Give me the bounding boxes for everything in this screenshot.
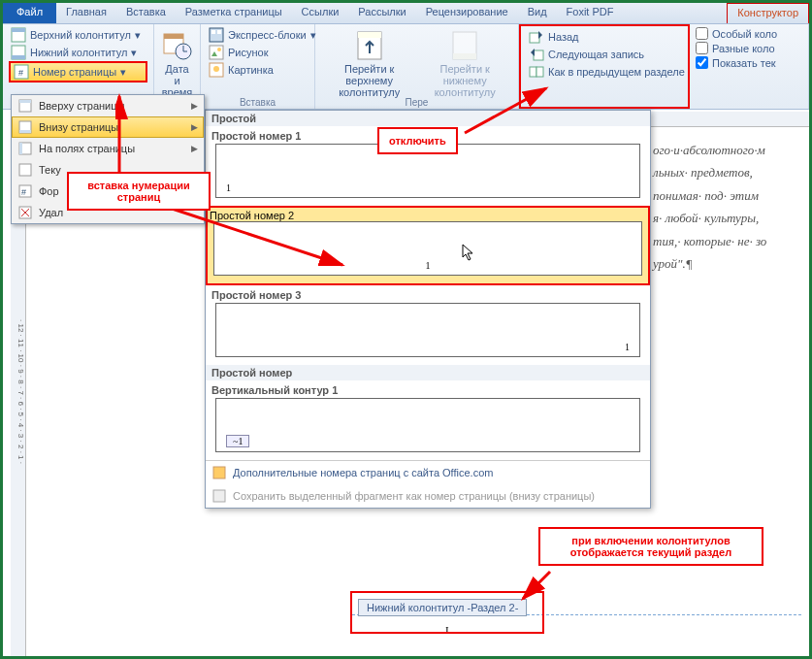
document-body: ого·и·абсолютного·м льных· предметов, по…: [653, 139, 801, 275]
submenu-arrow-icon: ▶: [191, 101, 198, 111]
special-first-label: Особый коло: [712, 28, 777, 40]
show-text-checkbox[interactable]: Показать тек: [696, 55, 802, 70]
header-icon: [11, 27, 26, 43]
link-previous-icon: [529, 64, 544, 80]
tab-foxit[interactable]: Foxit PDF: [557, 3, 624, 23]
margins-icon: [17, 141, 33, 156]
top-page-icon: [17, 98, 33, 114]
picture-label: Рисунок: [228, 47, 269, 58]
nav-back-icon: [529, 29, 544, 45]
svg-rect-39: [213, 467, 225, 478]
header-label: Верхний колонтитул: [30, 29, 131, 41]
footer-button[interactable]: Нижний колонтитул▾: [9, 44, 147, 61]
tab-review[interactable]: Рецензирование: [416, 3, 518, 23]
goto-header-label: Перейти к верхнему колонтитулу: [329, 63, 409, 98]
doc-line: понимая· под· этим: [653, 184, 801, 207]
page-number-icon: #: [14, 64, 29, 80]
tab-references[interactable]: Ссылки: [292, 3, 349, 23]
goto-header-button[interactable]: Перейти к верхнему колонтитулу: [321, 26, 417, 107]
nav-next-button[interactable]: Следующая запись: [527, 46, 682, 63]
svg-rect-1: [12, 28, 25, 32]
remove-icon: [17, 205, 33, 220]
gallery-save-label: Сохранить выделенный фрагмент как номер …: [233, 490, 595, 502]
menu-bottom-label: Внизу страницы: [39, 121, 118, 133]
svg-rect-3: [12, 55, 25, 59]
datetime-icon: [162, 30, 193, 61]
diff-pages-checkbox[interactable]: Разные коло: [696, 41, 802, 55]
submenu-arrow-icon: ▶: [191, 144, 198, 153]
menu-current-label: Теку: [39, 164, 61, 176]
nav-next-label: Следующая запись: [548, 49, 644, 60]
header-button[interactable]: Верхний колонтитул▾: [9, 26, 147, 44]
doc-line: ого·и·абсолютного·м: [653, 139, 801, 161]
svg-text:#: #: [18, 68, 23, 78]
gallery-item-4[interactable]: Вертикальный контур 1 ~1: [206, 380, 650, 460]
annotation-arrow: [459, 81, 556, 139]
callout-disable: отключить: [377, 127, 458, 154]
menu-top-label: Вверху страницы: [39, 100, 124, 112]
doc-line: тия,· которые· не· зо: [653, 230, 801, 252]
clipart-button[interactable]: Картинка: [207, 61, 309, 79]
tab-strip: Файл Главная Вставка Разметка страницы С…: [3, 3, 809, 24]
svg-rect-13: [217, 30, 221, 34]
express-blocks-button[interactable]: Экспресс-блоки▾: [207, 26, 309, 44]
annotation-arrow: [115, 90, 154, 178]
chevron-down-icon: ▾: [131, 47, 137, 59]
menu-remove-label: Удал: [39, 207, 63, 218]
footer-icon: [11, 45, 26, 60]
svg-rect-12: [211, 30, 215, 34]
svg-rect-32: [19, 143, 22, 154]
gallery-more-online[interactable]: Дополнительные номера страниц с сайта Of…: [206, 461, 650, 484]
special-first-checkbox[interactable]: Особый коло: [696, 26, 802, 41]
chevron-down-icon: ▾: [135, 29, 141, 42]
goto-header-icon: [354, 30, 385, 61]
cursor-icon: [462, 244, 475, 261]
gallery-item-4-caption: Вертикальный контур 1: [211, 382, 644, 398]
current-pos-icon: [17, 162, 33, 178]
page-number-label: Номер страницы: [33, 66, 116, 78]
tab-mailings[interactable]: Рассылки: [348, 3, 415, 23]
svg-point-16: [217, 48, 221, 51]
clipart-icon: [209, 62, 224, 78]
footer-label: Нижний колонтитул: [30, 47, 127, 58]
svg-point-18: [213, 66, 219, 72]
diff-pages-label: Разные коло: [712, 43, 775, 54]
page-number-gallery: Простой Простой номер 1 1 Простой номер …: [205, 110, 651, 509]
svg-rect-28: [19, 100, 31, 103]
link-previous-button[interactable]: Как в предыдущем разделе: [527, 63, 682, 81]
tab-file[interactable]: Файл: [3, 3, 56, 23]
tab-design[interactable]: Конструктор: [727, 3, 809, 23]
goto-footer-icon: [449, 30, 480, 61]
tab-view[interactable]: Вид: [518, 3, 557, 23]
tab-layout[interactable]: Разметка страницы: [176, 3, 292, 23]
insert-group-label: Вставка: [201, 97, 314, 108]
menu-top-of-page[interactable]: Вверху страницы▶: [12, 95, 204, 116]
nav-back-button[interactable]: Назад: [527, 28, 682, 46]
picture-button[interactable]: Рисунок: [207, 44, 309, 61]
gallery-item-3[interactable]: Простой номер 3 1: [206, 285, 650, 365]
menu-bottom-of-page[interactable]: Внизу страницы▶: [12, 116, 204, 138]
svg-rect-30: [19, 130, 31, 133]
datetime-button[interactable]: Дата и время: [160, 26, 194, 102]
doc-line: льных· предметов,: [653, 161, 801, 183]
express-label: Экспресс-блоки: [228, 29, 307, 41]
footer-highlight: [350, 591, 544, 634]
gallery-save-selection: Сохранить выделенный фрагмент как номер …: [206, 484, 650, 508]
gallery-header-contour: Простой номер: [206, 365, 650, 380]
menu-page-margins[interactable]: На полях страницы▶: [12, 138, 204, 159]
svg-rect-22: [453, 53, 476, 59]
tab-home[interactable]: Главная: [56, 3, 116, 23]
annotation-arrow: [517, 566, 556, 605]
callout-footer-section: при включении колонтитулов отображается …: [538, 527, 763, 566]
express-blocks-icon: [209, 27, 224, 43]
svg-rect-14: [210, 46, 223, 59]
doc-line: я· любой· культуры,: [653, 207, 801, 229]
tab-insert[interactable]: Вставка: [116, 3, 176, 23]
svg-text:#: #: [21, 187, 26, 197]
menu-format-label: Фор: [39, 185, 59, 197]
chevron-down-icon: ▾: [120, 66, 126, 79]
page-number-button[interactable]: #Номер страницы▾: [9, 61, 147, 82]
save-icon: [211, 488, 227, 504]
link-previous-label: Как в предыдущем разделе: [548, 66, 685, 78]
doc-line: урой".¶: [653, 252, 801, 275]
